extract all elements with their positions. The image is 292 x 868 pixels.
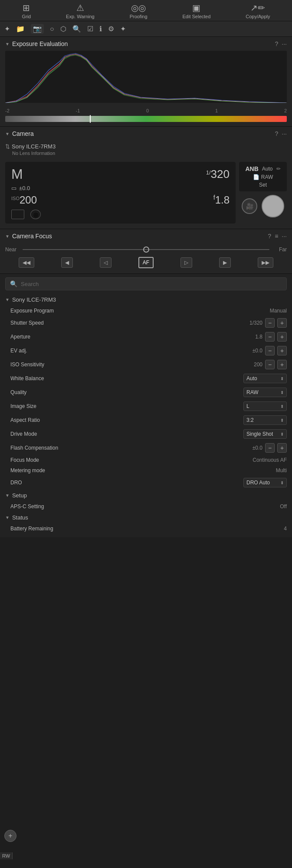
settings-list: ▼ Sony ILCE-7RM3 Exposure Program Manual… [0, 294, 292, 537]
focus-panel-header[interactable]: ▼ Camera Focus ? ≡ ··· [0, 229, 292, 243]
raw-format-label: RAW [261, 174, 273, 180]
focus-back-btn[interactable]: ◀ [61, 257, 73, 268]
focus-af-btn[interactable]: AF [138, 257, 154, 268]
aperture-plus-btn[interactable]: + [277, 332, 287, 342]
image-size-select[interactable]: L ⬍ [243, 401, 287, 411]
sec-check-icon[interactable]: ☑ [87, 25, 93, 33]
sec-circle-icon[interactable]: ○ [50, 25, 54, 33]
camera-main-box: M 1/320 ▭ ±0.0 ISO200 f1.8 ◎ [5, 162, 236, 224]
record-button[interactable]: 🎥 [242, 198, 257, 214]
focus-more-icon[interactable]: ··· [282, 233, 287, 240]
flash-minus-btn[interactable]: − [265, 443, 275, 453]
camera-swap-icon[interactable]: ⇅ [5, 143, 10, 150]
label-shutter: Shutter Speed [10, 320, 233, 326]
exposure-more-icon[interactable]: ··· [282, 40, 287, 47]
settings-row-aperture: Aperture 1.8 − + [0, 330, 292, 344]
ev-plus-btn[interactable]: + [277, 346, 287, 355]
search-input[interactable] [21, 281, 282, 287]
iso-minus-btn[interactable]: − [265, 360, 275, 369]
cam-row1: M 1/320 [11, 166, 230, 182]
toolbar-exp-warning[interactable]: ⚠ Exp. Warning [66, 3, 95, 19]
sec-mask-icon[interactable]: ⬡ [60, 25, 66, 33]
aspect-ratio-select[interactable]: 3:2 ⬍ [243, 415, 287, 425]
camera-panel: ▼ Camera ? ··· ⇅ Sony ILCE-7RM3 No Lens … [0, 127, 292, 229]
label-exposure-program: Exposure Program [10, 308, 257, 314]
shutter-minus-btn[interactable]: − [265, 318, 275, 328]
focus-title-text: Camera Focus [12, 233, 52, 240]
label-apsc: APS-C Setting [10, 503, 257, 510]
focus-track[interactable] [23, 249, 269, 250]
settings-row-ev: EV adj. ±0.0 − + [0, 344, 292, 358]
settings-group-status[interactable]: ▼ Status [0, 512, 292, 523]
set-button[interactable]: Set [259, 182, 267, 188]
sec-search-icon[interactable]: 🔍 [72, 25, 81, 33]
focus-knob[interactable] [143, 247, 149, 253]
toolbar-proofing[interactable]: ◎◎ Proofing [130, 3, 148, 19]
drive-mode-select[interactable]: Single Shot ⬍ [243, 429, 287, 439]
exposure-help-icon[interactable]: ? [275, 40, 279, 47]
toolbar-copy-apply[interactable]: ↗✏ Copy/Apply [246, 3, 270, 19]
focus-near-label: Near [5, 247, 18, 253]
focus-skip-fwd-btn[interactable]: ▶▶ [258, 257, 273, 268]
iso-number: 200 [20, 194, 37, 206]
cam-btn-metering[interactable]: ◎ [30, 210, 41, 219]
focus-step-fwd-btn[interactable]: ▷ [180, 257, 192, 268]
toolbar-copy-label: Copy/Apply [246, 14, 270, 19]
iso-value: ISO200 [11, 194, 37, 206]
search-icon: 🔍 [10, 280, 17, 287]
iso-plus-btn[interactable]: + [277, 360, 287, 369]
label-metering: Metering mode [10, 467, 257, 473]
wb-edit-icon[interactable]: ✏ [276, 166, 281, 172]
focus-fwd-btn[interactable]: ▶ [219, 257, 231, 268]
sec-cog-icon[interactable]: ✦ [120, 25, 126, 33]
scale-neg2: -2 [5, 108, 10, 113]
label-wb: White Balance [10, 375, 240, 381]
focus-step-back-btn[interactable]: ◁ [100, 257, 112, 268]
focus-help-icon[interactable]: ? [268, 233, 271, 240]
toolbar-edit-selected[interactable]: ▣ Edit Selected [183, 3, 211, 19]
camera-panel-header[interactable]: ▼ Camera ? ··· [0, 127, 292, 141]
dro-value: DRO Auto [246, 480, 270, 486]
value-metering: Multi [261, 467, 287, 473]
raw-format-row: 📄 RAW [253, 174, 273, 180]
focus-list-icon[interactable]: ≡ [275, 233, 278, 240]
scale-1: 1 [215, 108, 218, 113]
value-shutter: 1/320 [236, 320, 262, 326]
ev-value: ±0.0 [19, 185, 30, 191]
scale-neg1: -1 [76, 108, 80, 113]
wb-select[interactable]: Auto ⬍ [243, 374, 287, 383]
sec-camera-icon[interactable]: 📷 [31, 24, 44, 34]
grid-icon: ⊞ [23, 3, 30, 12]
shutter-plus-btn[interactable]: + [277, 318, 287, 328]
aperture-minus-btn[interactable]: − [265, 332, 275, 342]
dro-arrow: ⬍ [280, 480, 284, 485]
camera-help-icon[interactable]: ? [275, 130, 279, 137]
focus-skip-back-btn[interactable]: ◀◀ [19, 257, 34, 268]
toolbar-grid[interactable]: ⊞ Grid [22, 3, 31, 19]
cam-btn-square[interactable] [11, 210, 24, 219]
add-button[interactable]: + [4, 830, 16, 842]
settings-row-aspect-ratio: Aspect Ratio 3:2 ⬍ [0, 413, 292, 427]
battery-icon: ▭ [11, 185, 16, 191]
dro-select[interactable]: DRO Auto ⬍ [243, 478, 287, 487]
sec-gear-icon[interactable]: ⚙ [108, 25, 114, 33]
quality-select[interactable]: RAW ⬍ [243, 388, 287, 397]
settings-group-sony[interactable]: ▼ Sony ILCE-7RM3 [0, 294, 292, 306]
value-iso: 200 [236, 362, 262, 368]
focus-chevron-icon: ▼ [5, 234, 10, 239]
sec-folder-icon[interactable]: 📁 [16, 25, 25, 33]
sec-star-icon[interactable]: ✦ [4, 25, 10, 33]
sec-info-icon[interactable]: ℹ [99, 25, 102, 33]
exposure-chevron-icon: ▼ [5, 42, 10, 46]
ev-minus-btn[interactable]: − [265, 346, 275, 355]
capture-button[interactable] [262, 195, 284, 217]
camera-info: ⇅ Sony ILCE-7RM3 No Lens Information [0, 141, 292, 162]
flash-plus-btn[interactable]: + [277, 443, 287, 453]
camera-more-icon[interactable]: ··· [282, 130, 287, 137]
rw-badge: RW [0, 852, 13, 859]
label-quality: Quality [10, 389, 240, 395]
secondary-toolbar: ✦ 📁 📷 ○ ⬡ 🔍 ☑ ℹ ⚙ ✦ [0, 21, 292, 37]
settings-group-setup[interactable]: ▼ Setup [0, 490, 292, 501]
camera-controls: M 1/320 ▭ ±0.0 ISO200 f1.8 ◎ [0, 162, 292, 229]
exposure-panel-header[interactable]: ▼ Exposure Evaluation ? ··· [0, 37, 292, 51]
